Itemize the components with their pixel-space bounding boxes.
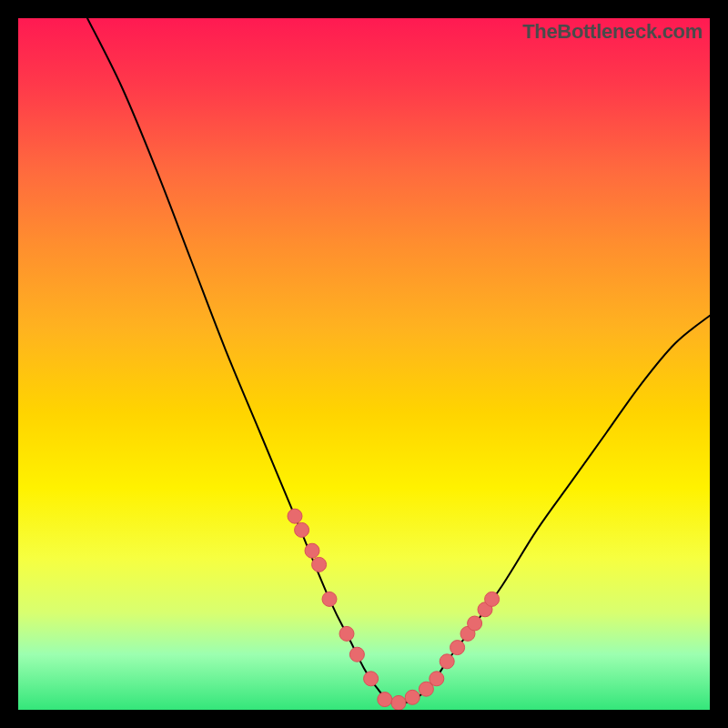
marker-dot <box>468 616 482 631</box>
marker-dot <box>339 626 354 641</box>
marker-dot <box>288 509 302 523</box>
marker-dot <box>430 672 444 686</box>
v-curve <box>87 18 710 704</box>
chart-svg <box>18 18 710 710</box>
marker-dot <box>405 690 420 704</box>
marker-dot <box>440 654 454 669</box>
watermark-text: TheBottleneck.com <box>522 20 703 44</box>
marker-dot <box>349 647 364 662</box>
marker-dot <box>364 672 379 686</box>
marker-dot <box>322 592 337 606</box>
marker-dot <box>295 522 309 537</box>
plot-background: TheBottleneck.com <box>18 18 710 710</box>
marker-dot <box>305 543 319 558</box>
marker-dot <box>450 641 465 655</box>
marker-dot <box>391 695 406 710</box>
marker-dot <box>485 592 500 606</box>
marker-dot <box>378 693 392 707</box>
marker-group <box>288 509 500 710</box>
marker-dot <box>312 557 327 571</box>
